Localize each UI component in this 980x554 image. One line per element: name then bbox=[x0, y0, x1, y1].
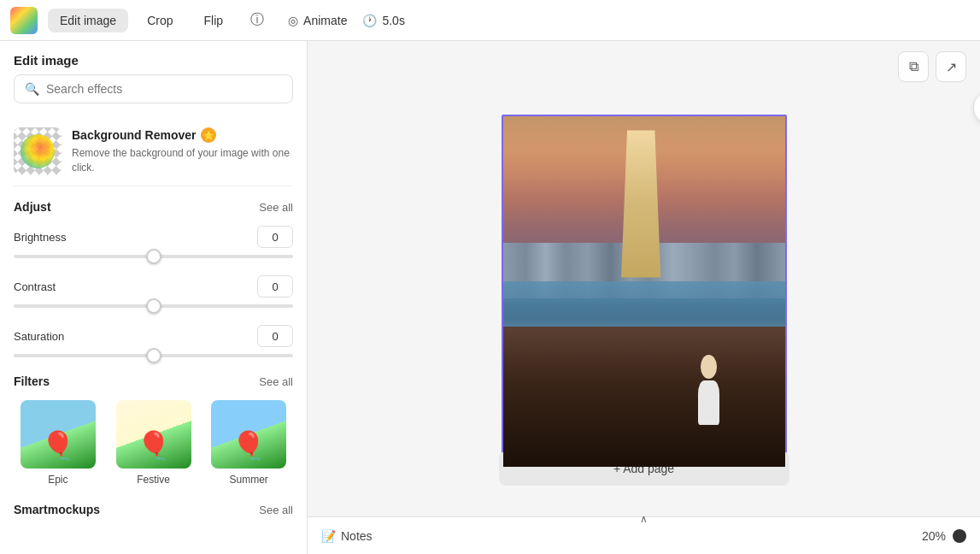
image-frame[interactable] bbox=[502, 115, 787, 469]
contrast-label: Contrast bbox=[14, 280, 56, 293]
brightness-value[interactable]: 0 bbox=[257, 226, 293, 248]
crop-button[interactable]: Crop bbox=[135, 9, 185, 32]
notes-button[interactable]: 📝 Notes bbox=[321, 529, 373, 543]
filter-grid: 🎈 Epic 🎈 Festive 🎈 Summe bbox=[14, 400, 293, 486]
saturation-label: Saturation bbox=[14, 330, 64, 343]
filter-label-epic: Epic bbox=[48, 474, 67, 486]
zoom-level: 20% bbox=[922, 529, 946, 543]
balloon-icon-festive: 🎈 bbox=[137, 429, 171, 462]
time-value: 5.0s bbox=[382, 14, 404, 27]
bg-remover-title: Background Remover ⭐ bbox=[72, 127, 293, 143]
logo[interactable] bbox=[10, 7, 38, 34]
filter-item-festive[interactable]: 🎈 Festive bbox=[109, 400, 198, 486]
search-icon: 🔍 bbox=[25, 82, 39, 96]
bg-remover-info: Background Remover ⭐ Remove the backgrou… bbox=[72, 127, 293, 175]
external-link-icon: ↗ bbox=[946, 59, 957, 75]
contrast-row: Contrast 0 bbox=[14, 275, 293, 298]
background-remover-card[interactable]: Background Remover ⭐ Remove the backgrou… bbox=[14, 117, 293, 186]
zoom-indicator bbox=[953, 529, 966, 543]
search-input[interactable] bbox=[46, 82, 282, 96]
bottom-bar-inner: ∧ 📝 Notes 20% bbox=[321, 529, 966, 543]
filter-thumb-festive: 🎈 bbox=[116, 400, 191, 469]
bg-remover-description: Remove the background of your image with… bbox=[72, 146, 293, 175]
person-layer bbox=[695, 355, 723, 425]
search-box[interactable]: 🔍 bbox=[14, 74, 293, 103]
contrast-control: Contrast 0 bbox=[14, 275, 293, 308]
adjust-section: Adjust See all Brightness 0 Co bbox=[14, 200, 293, 357]
tower-layer bbox=[621, 130, 660, 277]
sidebar: Edit image 🔍 Background Remover ⭐ Remove… bbox=[0, 41, 308, 554]
filter-label-festive: Festive bbox=[137, 474, 170, 486]
balloon-icon-epic: 🎈 bbox=[41, 429, 75, 462]
filter-item-epic[interactable]: 🎈 Epic bbox=[14, 400, 103, 486]
filter-item-summer[interactable]: 🎈 Summer bbox=[204, 400, 293, 486]
filters-title: Filters bbox=[14, 374, 50, 388]
filters-section: Filters See all 🎈 Epic 🎈 Festive bbox=[14, 374, 293, 486]
adjust-title: Adjust bbox=[14, 200, 51, 214]
canvas-image bbox=[503, 116, 785, 467]
refresh-button[interactable]: ↻ bbox=[973, 91, 980, 125]
chevron-up-icon: ∧ bbox=[640, 513, 648, 525]
saturation-slider-thumb[interactable] bbox=[146, 348, 161, 363]
duplicate-canvas-button[interactable]: ⧉ bbox=[898, 51, 929, 82]
contrast-slider-track[interactable] bbox=[14, 304, 293, 308]
adjust-see-all-button[interactable]: See all bbox=[259, 201, 293, 214]
saturation-row: Saturation 0 bbox=[14, 325, 293, 347]
saturation-control: Saturation 0 bbox=[14, 325, 293, 357]
smartmockups-header: Smartmockups See all bbox=[14, 503, 293, 516]
brightness-row: Brightness 0 bbox=[14, 226, 293, 248]
canvas-area: ⧉ ↗ ↻ bbox=[308, 41, 980, 554]
sidebar-inner: 🔍 Background Remover ⭐ Remove the backgr… bbox=[0, 74, 307, 554]
animate-label: Animate bbox=[303, 14, 347, 27]
flip-button[interactable]: Flip bbox=[192, 9, 236, 32]
clock-icon: 🕐 bbox=[362, 14, 377, 27]
time-display: 🕐 5.0s bbox=[362, 14, 404, 27]
brightness-slider-thumb[interactable] bbox=[146, 249, 161, 264]
canvas-inner: ⧉ ↗ ↻ bbox=[308, 41, 980, 516]
external-link-button[interactable]: ↗ bbox=[936, 51, 966, 82]
filter-thumb-epic: 🎈 bbox=[21, 400, 96, 469]
top-toolbar: Edit image Crop Flip ⓘ ◎ Animate 🕐 5.0s bbox=[0, 0, 980, 41]
zoom-controls: 20% bbox=[922, 529, 966, 543]
brightness-control: Brightness 0 bbox=[14, 226, 293, 258]
saturation-slider-track[interactable] bbox=[14, 354, 293, 357]
notes-icon: 📝 bbox=[321, 529, 336, 543]
smartmockups-see-all-button[interactable]: See all bbox=[259, 504, 293, 516]
saturation-value[interactable]: 0 bbox=[257, 325, 293, 347]
smartmockups-title: Smartmockups bbox=[14, 503, 100, 516]
duplicate-icon: ⧉ bbox=[909, 59, 918, 74]
contrast-slider-thumb[interactable] bbox=[146, 298, 161, 314]
notes-label: Notes bbox=[341, 529, 373, 543]
bottom-bar: ∧ 📝 Notes 20% bbox=[308, 516, 980, 554]
crown-icon: ⭐ bbox=[201, 127, 216, 143]
main-content: Edit image 🔍 Background Remover ⭐ Remove… bbox=[0, 41, 980, 554]
info-button[interactable]: ⓘ bbox=[242, 6, 273, 34]
filter-label-summer: Summer bbox=[230, 474, 268, 486]
filters-header: Filters See all bbox=[14, 374, 293, 388]
bg-remover-thumbnail bbox=[14, 127, 62, 175]
image-container bbox=[502, 115, 787, 469]
adjust-header: Adjust See all bbox=[14, 200, 293, 214]
contrast-value[interactable]: 0 bbox=[257, 275, 293, 298]
animate-icon: ◎ bbox=[288, 14, 298, 27]
info-icon: ⓘ bbox=[250, 11, 264, 29]
filter-thumb-summer: 🎈 bbox=[211, 400, 286, 469]
animate-button[interactable]: ◎ Animate bbox=[279, 9, 355, 32]
brightness-label: Brightness bbox=[14, 231, 66, 244]
canvas-toolbar-icons: ⧉ ↗ bbox=[898, 51, 966, 82]
ground-layer bbox=[503, 327, 785, 467]
filters-see-all-button[interactable]: See all bbox=[259, 375, 293, 388]
edit-image-button[interactable]: Edit image bbox=[48, 9, 128, 32]
brightness-slider-track[interactable] bbox=[14, 255, 293, 258]
balloon-icon-summer: 🎈 bbox=[232, 429, 266, 462]
sidebar-title: Edit image bbox=[0, 41, 307, 74]
smartmockups-section: Smartmockups See all bbox=[14, 503, 293, 516]
